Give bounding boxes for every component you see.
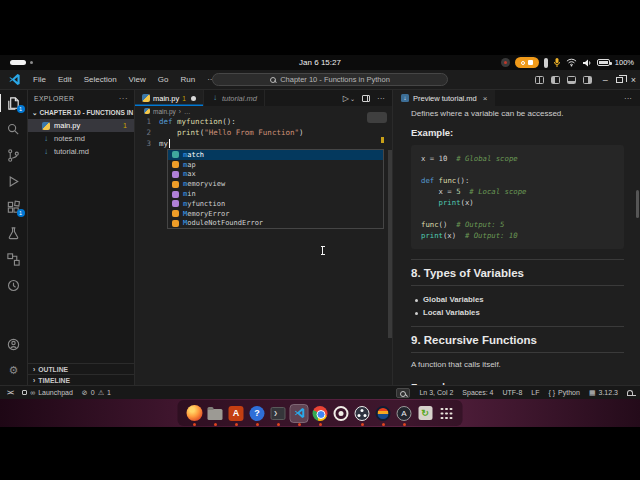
- file-name: notes.md: [54, 134, 85, 143]
- explorer-more-icon[interactable]: ···: [119, 94, 128, 103]
- python-file-icon: [142, 94, 150, 102]
- preview-scrollbar[interactable]: [636, 190, 639, 218]
- outline-label: OUTLINE: [38, 366, 68, 373]
- breadcrumb-more[interactable]: …: [184, 108, 191, 115]
- suggest-item-memoryview[interactable]: memoryview: [168, 179, 383, 189]
- interpreter-icon: ▦: [589, 389, 596, 397]
- code-line-3[interactable]: 3my: [135, 138, 392, 149]
- suggest-item-map[interactable]: map: [168, 160, 383, 170]
- dock-obs-studio[interactable]: [354, 405, 371, 422]
- toggle-secondary-sidebar-icon[interactable]: [583, 76, 592, 84]
- activitybar-run-debug[interactable]: [0, 168, 28, 194]
- camera-indicator-icon[interactable]: [501, 58, 510, 67]
- suggest-item-min[interactable]: min: [168, 189, 383, 199]
- suggest-item-myfunction[interactable]: myfunction: [168, 199, 383, 209]
- toggle-panel-icon[interactable]: [567, 76, 576, 84]
- dock-show-applications[interactable]: [438, 405, 455, 422]
- preview-more-icon[interactable]: ···: [616, 90, 640, 106]
- code-line-2[interactable]: 2 print("Hello From Function"): [135, 127, 392, 138]
- modified-dot-icon[interactable]: [191, 96, 196, 101]
- activitybar-explorer[interactable]: 1: [0, 90, 28, 116]
- dock-screen-recorder[interactable]: [333, 405, 350, 422]
- keyword-kind-icon: [172, 151, 179, 158]
- tab-preview-tutorial-md[interactable]: ↓ Preview tutorial.md ×: [393, 90, 495, 106]
- code-line-1[interactable]: 1def myfunction():: [135, 116, 392, 127]
- remote-indicator[interactable]: ><: [7, 389, 13, 396]
- command-center-text: Chapter 10 - Functions in Python: [280, 75, 390, 84]
- restore-button[interactable]: [616, 77, 623, 83]
- dock-vscode-active[interactable]: [291, 405, 308, 422]
- activitybar-accounts[interactable]: [0, 331, 28, 357]
- dock-help[interactable]: ?: [249, 405, 266, 422]
- suggest-item-match[interactable]: match: [168, 150, 383, 160]
- vscode-window: File Edit Selection View Go Run ··· ← → …: [0, 70, 640, 399]
- menu-go[interactable]: Go: [153, 73, 174, 86]
- notifications-bell-icon[interactable]: [627, 390, 633, 395]
- activitybar-search[interactable]: [0, 116, 28, 142]
- activitybar-references[interactable]: [0, 246, 28, 272]
- workspace-folder-row[interactable]: ⌄ CHAPTER 10 - FUNCTIONS IN PYTH...: [28, 106, 134, 119]
- dock-app-a-dark[interactable]: A: [396, 405, 413, 422]
- activitybar-extension-clock[interactable]: [0, 272, 28, 298]
- file-row-main-py[interactable]: main.py 1: [28, 119, 134, 132]
- activitybar-settings[interactable]: ⚙: [0, 357, 28, 383]
- screencast-zoom-icon[interactable]: [396, 388, 410, 398]
- menu-selection[interactable]: Selection: [79, 73, 122, 86]
- screen-recording-indicator[interactable]: [515, 57, 539, 68]
- minimize-button[interactable]: –: [603, 75, 608, 85]
- tab-tutorial-md[interactable]: ↓ tutorial.md: [204, 90, 265, 106]
- activitybar-bottom: ⚙: [0, 331, 28, 385]
- command-center-search[interactable]: Chapter 10 - Functions in Python: [212, 73, 448, 86]
- code-editor[interactable]: 1def myfunction(): 2 print("Hello From F…: [135, 116, 392, 149]
- menu-file[interactable]: File: [28, 73, 51, 86]
- breadcrumb-file[interactable]: main.py: [153, 108, 176, 115]
- problems-status-item[interactable]: ⊘ 0 ⚠ 1: [82, 389, 111, 397]
- python-interpreter[interactable]: ▦ 3.12.3: [589, 389, 618, 397]
- dock-firefox[interactable]: [186, 405, 203, 422]
- activitybar-source-control[interactable]: [0, 142, 28, 168]
- chevron-right-icon: ›: [33, 377, 35, 384]
- ubuntu-top-bar: Jan 6 15:27 100%: [0, 55, 640, 70]
- explorer-sidebar: EXPLORER ··· ⌄ CHAPTER 10 - FUNCTIONS IN…: [28, 90, 135, 385]
- editor-scrollbar-slider[interactable]: [367, 112, 387, 123]
- menu-bar: File Edit Selection View Go Run ···: [28, 73, 220, 86]
- suggest-item-memoryerror[interactable]: MemoryError: [168, 209, 383, 219]
- file-row-tutorial-md[interactable]: ↓ tutorial.md: [28, 145, 134, 158]
- activitybar-testing[interactable]: [0, 220, 28, 246]
- breadcrumb[interactable]: main.py › …: [135, 106, 392, 116]
- statusbar-right: Ln 3, Col 2 Spaces: 4 UTF-8 LF { } Pytho…: [396, 388, 633, 398]
- menu-run[interactable]: Run: [175, 73, 200, 86]
- input-device-icon: [544, 58, 548, 68]
- dock-trash[interactable]: ↻: [417, 405, 434, 422]
- tab-main-py[interactable]: main.py 1: [135, 90, 204, 106]
- toggle-sidebar-icon[interactable]: [551, 76, 560, 84]
- cursor-position[interactable]: Ln 3, Col 2: [419, 389, 453, 396]
- dock-terminal[interactable]: ❯: [270, 405, 287, 422]
- record-icon: [521, 61, 525, 65]
- dock-files[interactable]: [207, 405, 224, 422]
- menu-edit[interactable]: Edit: [53, 73, 77, 86]
- indentation-setting[interactable]: Spaces: 4: [462, 389, 493, 396]
- split-editor-icon[interactable]: [362, 95, 370, 102]
- activitybar-extensions[interactable]: 1: [0, 194, 28, 220]
- outline-section-header[interactable]: › OUTLINE: [28, 363, 134, 374]
- eol-setting[interactable]: LF: [531, 389, 539, 396]
- dock-chrome[interactable]: [312, 405, 329, 422]
- launchpad-status-item[interactable]: ∞ Launchpad: [22, 389, 73, 396]
- language-mode[interactable]: { } Python: [548, 389, 579, 396]
- close-tab-icon[interactable]: ×: [483, 94, 488, 103]
- close-button[interactable]: ×: [631, 75, 636, 85]
- timeline-section-header[interactable]: › TIMELINE: [28, 374, 134, 385]
- customize-layout-icon[interactable]: [535, 76, 544, 84]
- suggest-item-max[interactable]: max: [168, 170, 383, 180]
- encoding-setting[interactable]: UTF-8: [502, 389, 522, 396]
- dock-app-a-orange[interactable]: A: [228, 405, 245, 422]
- editor-more-icon[interactable]: ···: [377, 94, 385, 103]
- run-python-file-button[interactable]: ▷ ⌄: [343, 94, 355, 103]
- file-row-notes-md[interactable]: ↓ notes.md: [28, 132, 134, 145]
- menu-view[interactable]: View: [124, 73, 151, 86]
- dock-app-orange-blue[interactable]: [375, 405, 392, 422]
- editor-scrollbar-track[interactable]: [388, 150, 392, 338]
- suggest-item-modulenotfounderror[interactable]: ModuleNotFoundError: [168, 219, 383, 229]
- system-tray[interactable]: 100%: [501, 55, 634, 70]
